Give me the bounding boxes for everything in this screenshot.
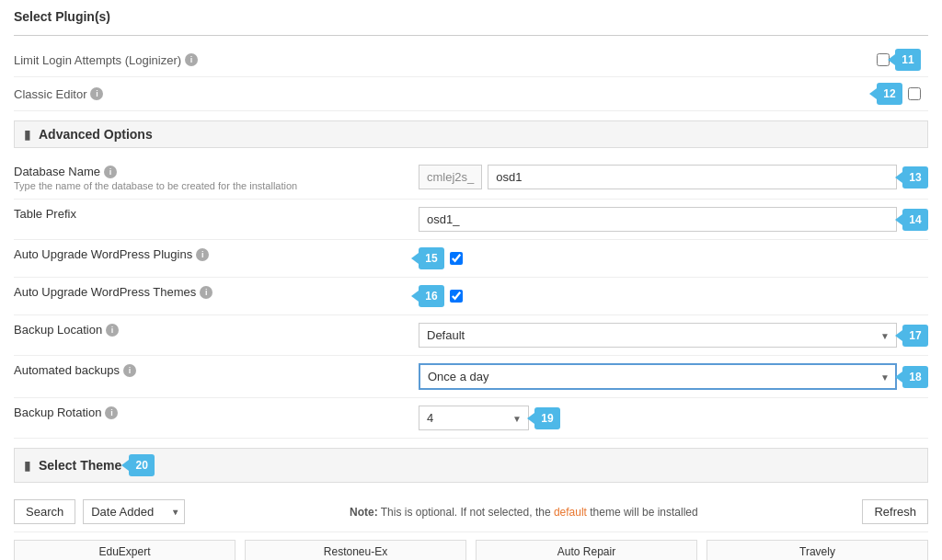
automated-backups-select[interactable]: Once a day Twice a day Once a week Disab… xyxy=(419,363,897,390)
plugin-label-classic-editor: Classic Editor xyxy=(14,87,86,101)
auto-upgrade-themes-label: Auto Upgrade WordPress Themes xyxy=(14,285,196,299)
step-badge-16: 16 xyxy=(419,285,444,307)
database-name-input[interactable] xyxy=(488,165,897,189)
collapse-icon-advanced[interactable]: ▮ xyxy=(24,127,31,142)
theme-card-eduexpert[interactable]: EduExpert xyxy=(14,540,236,560)
theme-title-travely: Travely xyxy=(707,541,927,560)
backup-rotation-label: Backup Rotation xyxy=(14,406,101,419)
plugins-section-title: Select Plugin(s) xyxy=(14,9,928,28)
theme-toolbar: Search Date Added Most Popular Newest ▼ … xyxy=(14,492,928,532)
auto-upgrade-themes-checkbox[interactable] xyxy=(450,290,463,303)
auto-upgrade-plugins-label: Auto Upgrade WordPress Plugins xyxy=(14,247,192,261)
backup-rotation-row: Backup Rotation i 4 3 5 6 7 19 xyxy=(14,398,928,439)
automated-backups-label: Automated backups xyxy=(14,363,120,377)
info-icon-classic-editor[interactable]: i xyxy=(90,87,103,100)
theme-search-button[interactable]: Search xyxy=(14,499,75,524)
theme-sort-wrapper: Date Added Most Popular Newest ▼ xyxy=(83,499,185,524)
plugin-label-loginizer: Limit Login Attempts (Loginizer) xyxy=(14,53,181,67)
info-icon-loginizer[interactable]: i xyxy=(185,53,198,66)
theme-title-restoneu: Restoneu-Ex xyxy=(246,541,465,560)
table-prefix-row: Table Prefix 14 xyxy=(14,200,928,240)
backup-location-row: Backup Location i Default FTP Amazon S3 … xyxy=(14,315,928,356)
theme-note: Note: This is optional. If not selected,… xyxy=(350,506,698,519)
advanced-section-title: Advanced Options xyxy=(39,127,153,142)
step-badge-20: 20 xyxy=(129,454,155,476)
auto-upgrade-plugins-checkbox[interactable] xyxy=(450,252,463,265)
info-icon-backup-rotation[interactable]: i xyxy=(105,406,118,419)
theme-card-restoneu[interactable]: Restoneu-Ex xyxy=(245,540,466,560)
table-prefix-input[interactable] xyxy=(419,207,897,232)
step-badge-18: 18 xyxy=(902,366,928,388)
theme-sort-select[interactable]: Date Added Most Popular Newest xyxy=(83,499,185,524)
database-name-row: Database Name i Type the name of the dat… xyxy=(14,157,928,200)
step-badge-19: 19 xyxy=(534,407,560,429)
theme-card-autorepair[interactable]: Auto Repair xyxy=(476,540,697,560)
database-name-label: Database Name xyxy=(14,165,100,178)
step-badge-15: 15 xyxy=(419,247,444,269)
info-icon-auto-plugins[interactable]: i xyxy=(196,248,209,261)
plugin-row-loginizer: Limit Login Attempts (Loginizer) i 11 xyxy=(14,43,928,77)
step-badge-17: 17 xyxy=(902,325,928,347)
database-name-sublabel: Type the name of the database to be crea… xyxy=(14,180,400,191)
theme-section-title: Select Theme xyxy=(39,458,121,473)
plugin-checkbox-classic-editor[interactable] xyxy=(908,87,921,100)
db-prefix-display: cmlej2s_ xyxy=(419,165,482,189)
theme-card-travely[interactable]: Travely xyxy=(706,540,928,560)
theme-grid: EduExpert Restoneu-Ex Auto Repair Travel… xyxy=(14,532,928,560)
step-badge-11: 11 xyxy=(895,49,921,71)
backup-location-label: Backup Location xyxy=(14,323,102,337)
theme-title-autorepair: Auto Repair xyxy=(477,541,696,560)
theme-title-eduexpert: EduExpert xyxy=(15,541,235,560)
table-prefix-label: Table Prefix xyxy=(14,207,76,221)
advanced-section-bar: ▮ Advanced Options xyxy=(14,120,928,148)
backup-rotation-select[interactable]: 4 3 5 6 7 xyxy=(419,406,529,430)
auto-upgrade-plugins-row: Auto Upgrade WordPress Plugins i 15 xyxy=(14,240,928,278)
info-icon-auto-themes[interactable]: i xyxy=(200,286,213,299)
info-icon-dbname[interactable]: i xyxy=(104,166,117,178)
step-badge-13: 13 xyxy=(902,166,928,189)
info-icon-automated-backups[interactable]: i xyxy=(123,364,136,377)
backup-location-select[interactable]: Default FTP Amazon S3 xyxy=(419,323,897,348)
info-icon-backup-location[interactable]: i xyxy=(106,324,119,337)
theme-section-bar: ▮ Select Theme 20 xyxy=(14,448,928,483)
auto-upgrade-themes-row: Auto Upgrade WordPress Themes i 16 xyxy=(14,278,928,315)
collapse-icon-theme[interactable]: ▮ xyxy=(24,458,31,473)
step-badge-14: 14 xyxy=(902,209,928,231)
theme-refresh-button[interactable]: Refresh xyxy=(862,499,928,524)
plugin-row-classic-editor: Classic Editor i 12 xyxy=(14,77,928,111)
step-badge-12: 12 xyxy=(877,83,902,105)
automated-backups-row: Automated backups i Once a day Twice a d… xyxy=(14,356,928,398)
